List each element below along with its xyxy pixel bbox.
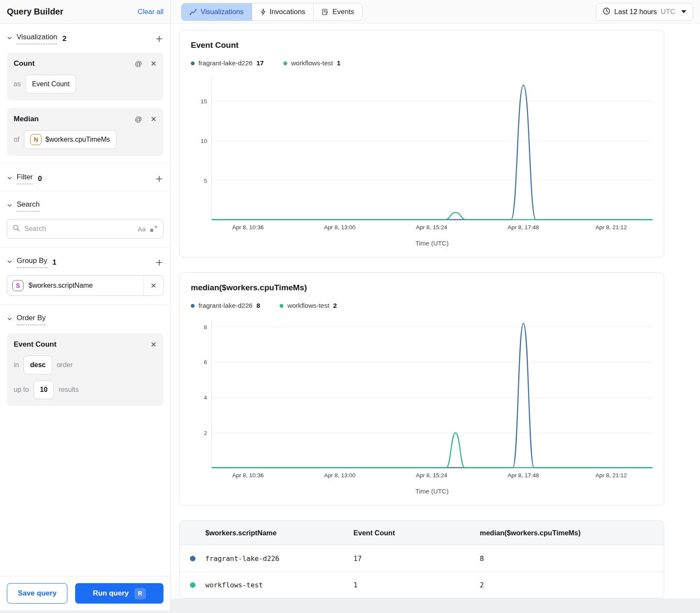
close-icon[interactable]: ✕ [151,341,157,348]
regex-icon[interactable]: * [150,225,158,233]
median-cpu-plot [211,320,653,468]
event-count-chart-card: Event Count fragrant-lake-d226 17 workfl… [179,30,664,257]
filter-count: 0 [38,175,42,183]
bottom-strip [171,598,700,613]
legend-item[interactable]: workflows-test 2 [280,302,337,309]
match-case-icon[interactable]: Aa [138,225,146,233]
x-tick-label: Apr 8, 21:12 [595,472,627,479]
chart-legend: fragrant-lake-d226 17 workflows-test 1 [191,59,653,67]
col-median: median($workers.cpuTimeMs) [480,529,664,537]
table-row: workflows-test 1 2 [180,572,664,598]
section-group-by: Group By 1 S $workers.scriptName ✕ [0,248,170,305]
visualization-section-label: Visualization [17,33,57,44]
count-alias-field[interactable]: Event Count [26,75,76,93]
remove-group-by-button[interactable]: ✕ [143,276,163,295]
group-by-item[interactable]: S $workers.scriptName ✕ [7,275,163,296]
chart-title: Event Count [191,41,653,50]
x-tick-label: Apr 8, 10:36 [232,224,264,231]
search-icon [13,225,20,234]
at-icon[interactable]: @ [134,60,142,67]
number-type-icon: N [30,134,41,145]
section-search: Search Aa * [0,191,170,248]
sort-direction-selector[interactable]: desc [23,356,52,374]
tab-visualizations[interactable]: Visualizations [181,3,252,20]
add-visualization-button[interactable] [155,35,163,43]
visualization-card-count: Count @ ✕ as Event Count [7,53,163,100]
save-query-button[interactable]: Save query [7,583,67,604]
query-builder-sidebar: Query Builder Clear all Visualization 2 … [0,0,171,613]
add-filter-button[interactable] [155,175,163,183]
legend-dot [283,61,287,65]
up-to-label: up to [14,386,29,394]
caret-down-icon [681,10,686,13]
y-tick-label: 2 [191,430,207,436]
results-label: results [58,386,79,394]
lightning-icon [260,9,266,15]
topbar: Visualizations Invocations Events Last 1… [171,0,700,24]
run-query-button[interactable]: Run query R [75,583,163,604]
chart-legend: fragrant-lake-d226 8 workflows-test 2 [191,302,653,309]
chart-title: median($workers.cpuTimeMs) [191,283,653,292]
clear-all-button[interactable]: Clear all [137,8,163,16]
run-query-shortcut-badge: R [134,588,146,599]
limit-input[interactable]: 10 [34,380,54,399]
chevron-down-icon[interactable] [7,316,12,324]
tab-invocations[interactable]: Invocations [252,3,313,20]
plot-wrap: 2468 [191,320,653,468]
median-cpu-chart-card: median($workers.cpuTimeMs) fragrant-lake… [179,272,664,505]
x-axis-labels: Apr 8, 10:36Apr 8, 13:00Apr 8, 15:24Apr … [211,224,653,233]
y-tick-label: 5 [191,177,207,184]
table-header-row: $workers.scriptName Event Count median($… [180,521,664,545]
visualization-count: 2 [62,35,66,43]
sidebar-body: Visualization 2 Count @ ✕ as Event Count… [0,24,170,576]
close-icon[interactable]: ✕ [151,60,157,67]
legend-item[interactable]: fragrant-lake-d226 17 [191,59,264,67]
results-table: $workers.scriptName Event Count median($… [179,520,664,598]
order-by-field: Event Count [14,340,142,349]
search-input[interactable] [24,225,134,233]
main-area: Visualizations Invocations Events Last 1… [171,0,700,613]
median-field-selector[interactable]: N $workers.cpuTimeMs [24,130,116,149]
add-group-by-button[interactable] [155,258,163,267]
plot-wrap: 51015 [191,77,653,220]
legend-dot [191,61,195,65]
count-card-title: Count [14,59,126,68]
x-axis-title: Time (UTC) [211,487,653,495]
order-by-section-label: Order By [17,314,46,325]
sidebar-footer: Save query Run query R [0,576,170,610]
col-event-count: Event Count [353,529,480,537]
close-icon[interactable]: ✕ [151,116,157,123]
section-visualization: Visualization 2 Count @ ✕ as Event Count… [0,24,170,164]
col-script-name: $workers.scriptName [205,529,353,537]
filter-section-label: Filter [17,173,33,184]
y-tick-label: 8 [191,324,207,330]
legend-item[interactable]: workflows-test 1 [283,59,341,67]
of-label: of [14,136,19,143]
chevron-down-icon[interactable] [7,202,12,210]
sidebar-header: Query Builder Clear all [0,0,170,24]
event-count-plot [211,77,653,220]
y-tick-label: 6 [191,359,207,365]
document-icon [322,9,329,15]
group-by-count: 1 [52,258,56,267]
bottom-strip [0,610,170,613]
at-icon[interactable]: @ [134,116,142,123]
time-range-dropdown[interactable]: Last 12 hours UTC [596,3,693,21]
x-tick-label: Apr 8, 17:48 [508,224,539,231]
order-by-card: Event Count ✕ in desc order up to 10 res… [7,333,163,406]
series-dot [190,582,195,588]
section-filter: Filter 0 [0,164,170,191]
chevron-down-icon[interactable] [7,35,12,43]
chevron-down-icon[interactable] [7,259,12,266]
string-type-icon: S [12,280,23,291]
group-by-field-label: $workers.scriptName [29,282,143,289]
as-label: as [14,80,21,88]
search-section-label: Search [17,200,40,212]
view-tabs: Visualizations Invocations Events [181,3,363,21]
x-tick-label: Apr 8, 13:00 [324,224,356,231]
tab-events[interactable]: Events [313,3,362,20]
content: Event Count fragrant-lake-d226 17 workfl… [171,24,700,598]
x-tick-label: Apr 8, 13:00 [324,472,356,479]
chevron-down-icon[interactable] [7,175,12,183]
legend-item[interactable]: fragrant-lake-d226 8 [191,302,260,309]
